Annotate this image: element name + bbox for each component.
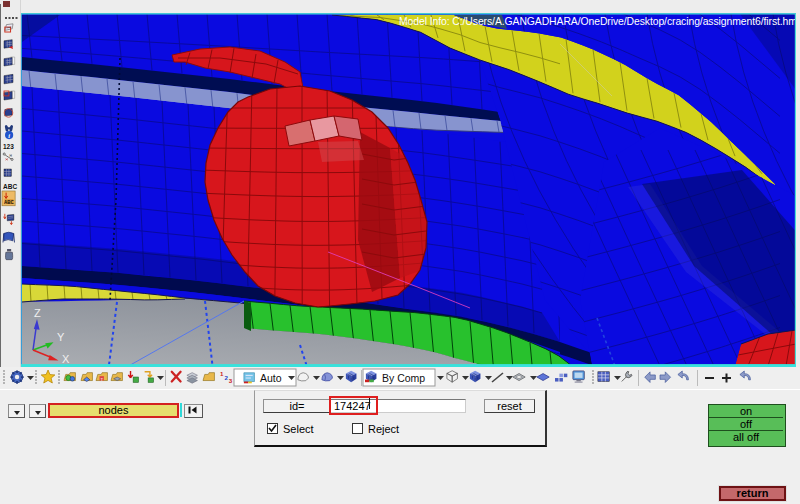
svg-text:3: 3 — [229, 377, 233, 384]
svg-text:ABC: ABC — [4, 200, 14, 205]
svg-text:2: 2 — [224, 374, 228, 381]
svg-text:1: 1 — [220, 370, 224, 377]
svg-text:By Comp: By Comp — [382, 372, 425, 384]
svg-text:Auto: Auto — [260, 372, 282, 384]
svg-text:Y: Y — [57, 331, 65, 343]
svg-text:Model Info: C:/Users/A.GANGADH: Model Info: C:/Users/A.GANGADHARA/OneDri… — [399, 16, 796, 27]
svg-text:H: H — [10, 154, 13, 158]
svg-text:Z: Z — [34, 307, 41, 319]
svg-text:T: T — [100, 377, 103, 382]
svg-text:ABC: ABC — [3, 183, 17, 190]
svg-text:123: 123 — [3, 143, 14, 150]
svg-text:X: X — [62, 353, 70, 365]
svg-text:i: i — [8, 132, 10, 139]
